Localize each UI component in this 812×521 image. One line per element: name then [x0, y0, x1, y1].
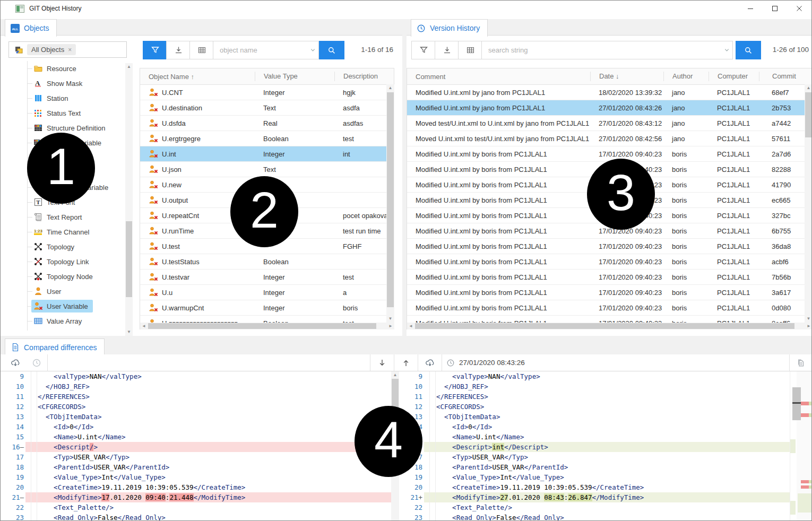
history-table-hscroll[interactable]: ◄ ►	[407, 323, 812, 329]
history-row[interactable]: Modified U.int.xml by boris from PC1JLAL…	[407, 146, 805, 162]
object-row[interactable]: U.uIntegera	[140, 285, 387, 300]
object-row[interactable]: U.CNTIntegerhgjk	[140, 85, 387, 100]
objects-export-button[interactable]	[166, 41, 191, 59]
history-row[interactable]: Modified U.int.xml by jano from PC1JLAL1…	[407, 85, 805, 100]
object-row[interactable]: U.warmupCntIntegerboris	[140, 300, 387, 316]
diff-line[interactable]: 13 <TObjItemData>	[1, 412, 391, 422]
diff-line[interactable]: 9 <valType>NAN</valType>	[399, 371, 790, 381]
diff-line[interactable]: 23 <Read_Only>False</Read_Only>	[1, 513, 391, 521]
diff-line[interactable]: 14 <Id>0</Id>	[1, 422, 391, 432]
chevron-down-icon[interactable]	[721, 47, 732, 53]
tree-item-resource[interactable]: Resource	[1, 61, 125, 76]
history-table-vscroll[interactable]: ▲ ▼	[805, 84, 812, 323]
diff-line[interactable]: 20 <CreateTime>19.11.2019 10:39:05.539</…	[399, 482, 790, 492]
diff-line[interactable]: 12<CFGRECORDS>	[1, 402, 391, 412]
tree-item-topology[interactable]: Topology	[1, 239, 125, 254]
tree-item-time-channel[interactable]: 1:23Time Channel	[1, 224, 125, 239]
object-row[interactable]: U.intIntegerint	[140, 146, 387, 162]
left-version-clock-icon[interactable]	[26, 354, 47, 371]
tab-compared-differences[interactable]: Compared differences	[5, 338, 105, 355]
diff-line[interactable]: 21+ <ModifyTime>27.01.2020 08:43:26.847<…	[399, 492, 790, 502]
tree-item-text-report[interactable]: Text Report	[1, 210, 125, 224]
col-author[interactable]: Author	[663, 72, 709, 81]
history-row[interactable]: Modified U.int.xml by boris from PC1JLAL…	[407, 239, 805, 254]
object-name-search[interactable]	[213, 41, 319, 59]
diff-line[interactable]: 18 <ParentId>USER_VAR</ParentId>	[399, 462, 790, 472]
diff-line[interactable]: 15 <Name>U.int</Name>	[399, 432, 790, 442]
diff-line[interactable]: 17 <Typ>USER_VAR</Typ>	[399, 452, 790, 462]
history-row[interactable]: Modified U.int.xml by boris from PC1JLAL…	[407, 285, 805, 300]
get-right-version-button[interactable]	[418, 354, 442, 371]
objects-columns-button[interactable]	[189, 41, 214, 59]
diff-overview-ruler[interactable]	[790, 371, 811, 521]
history-search-input[interactable]	[482, 46, 721, 54]
object-row[interactable]: U.zzzzzzzzzzzzzzzzzzzzBooleantest	[140, 316, 387, 323]
diff-line[interactable]: 11</REFERENCES>	[399, 392, 790, 402]
diff-line[interactable]: 10 </HOBJ_REF>	[1, 381, 391, 392]
tree-item-user[interactable]: User	[1, 284, 125, 299]
diff-line[interactable]: 20 <CreateTime>19.11.2019 10:39:05.539</…	[1, 482, 391, 492]
diff-line[interactable]: 23 <Read_Only>False</Read_Only>	[399, 513, 790, 521]
diff-line[interactable]: 14 <Id>0</Id>	[399, 422, 790, 432]
diff-line[interactable]: 19 <Value_Type>Int</Value_Type>	[1, 472, 391, 482]
history-row[interactable]: Moved U.int.xml to test/U.int.xml by jan…	[407, 131, 805, 146]
tree-item-show-mask[interactable]: AShow Mask	[1, 76, 125, 91]
history-columns-button[interactable]	[458, 41, 482, 59]
tree-item-value-array[interactable]: Value Array	[1, 314, 125, 328]
tab-objects[interactable]: ALL Objects	[5, 19, 57, 37]
history-row[interactable]: Modified U.int.xml by jano from PC1JLAL1…	[407, 100, 805, 116]
tree-item-user-variable[interactable]: User Variable	[1, 299, 125, 314]
diff-line[interactable]: 22 <Text_Palette/>	[399, 502, 790, 513]
objects-filter-button[interactable]	[143, 41, 167, 59]
copy-document-button[interactable]	[790, 354, 811, 371]
history-row[interactable]: Modified U.int.xml by boris from PC1JLAL…	[407, 254, 805, 270]
col-commit[interactable]: Commit	[759, 72, 804, 81]
object-row[interactable]: U.ergtrgegreBooleantest	[140, 131, 387, 146]
object-name-search-input[interactable]	[213, 46, 307, 54]
tree-item-topology-link[interactable]: Topology Link	[1, 254, 125, 269]
objects-table-vscroll[interactable]: ▲ ▼	[386, 84, 394, 323]
col-comment[interactable]: Comment	[407, 73, 590, 81]
tree-item-status-text[interactable]: Status Text	[1, 106, 125, 120]
history-export-button[interactable]	[435, 41, 459, 59]
history-row[interactable]: Modified U.int.xml by boris from PC1JLAL…	[407, 270, 805, 285]
tree-scrollbar[interactable]: ▲ ▼	[125, 63, 133, 336]
diff-line[interactable]: 22 <Text_Palette/>	[1, 502, 391, 513]
overview-thumb[interactable]	[792, 387, 801, 420]
diff-line[interactable]: 9 <valType>NAN</valType>	[1, 371, 391, 381]
col-date[interactable]: Date ↓	[590, 72, 663, 81]
diff-line[interactable]: 19 <Value_Type>Int</Value_Type>	[399, 472, 790, 482]
get-left-version-button[interactable]	[5, 354, 26, 371]
col-computer[interactable]: Computer	[709, 72, 759, 81]
history-search[interactable]	[481, 41, 733, 59]
diff-line[interactable]: 15 <Name>U.int</Name>	[1, 432, 391, 442]
diff-line[interactable]: 10 </HOBJ_REF>	[399, 381, 790, 392]
history-table-header[interactable]: Comment Date ↓ Author Computer Commit	[407, 68, 812, 85]
diff-line[interactable]: 16– <Descript/>	[1, 442, 391, 452]
diff-line[interactable]: 18 <ParentId>USER_VAR</ParentId>	[1, 462, 391, 472]
chevron-down-icon[interactable]	[307, 47, 318, 53]
close-button[interactable]	[787, 1, 811, 16]
right-version-field[interactable]: 27/01/2020 08:43:26	[446, 354, 525, 371]
objects-table-header[interactable]: Object Name ↑ Value Type Description	[140, 68, 394, 85]
history-filter-button[interactable]	[411, 41, 436, 59]
diff-line[interactable]: 11</REFERENCES>	[1, 392, 391, 402]
tree-item-station[interactable]: Station	[1, 91, 125, 106]
col-value-type[interactable]: Value Type	[255, 72, 334, 81]
diff-line[interactable]: 21– <ModifyTime>17.01.2020 09:40:21.448<…	[1, 492, 391, 502]
diff-right-pane[interactable]: 9 <valType>NAN</valType>10 </HOBJ_REF>11…	[399, 371, 790, 521]
diff-line[interactable]: 17 <Typ>USER_VAR</Typ>	[1, 452, 391, 462]
diff-left-pane[interactable]: 9 <valType>NAN</valType>10 </HOBJ_REF>11…	[1, 371, 391, 521]
diff-line[interactable]: 12<CFGRECORDS>	[399, 402, 790, 412]
object-row[interactable]: U.jsonText	[140, 162, 387, 177]
filter-chip[interactable]: All Objects ×	[27, 44, 76, 55]
col-description[interactable]: Description	[334, 72, 386, 81]
object-filter-box[interactable]: All Objects ×	[8, 41, 127, 58]
minimize-button[interactable]	[738, 1, 763, 16]
tree-item-topology-node[interactable]: Topology Node	[1, 269, 125, 284]
objects-table-hscroll[interactable]: ◄ ►	[140, 323, 394, 329]
diff-line[interactable]: 16+ <Descript>int</Descript>	[399, 442, 790, 452]
filter-chip-close-icon[interactable]: ×	[68, 46, 72, 54]
object-row[interactable]: U.testStatusBoolean	[140, 254, 387, 270]
col-object-name[interactable]: Object Name ↑	[140, 73, 255, 81]
